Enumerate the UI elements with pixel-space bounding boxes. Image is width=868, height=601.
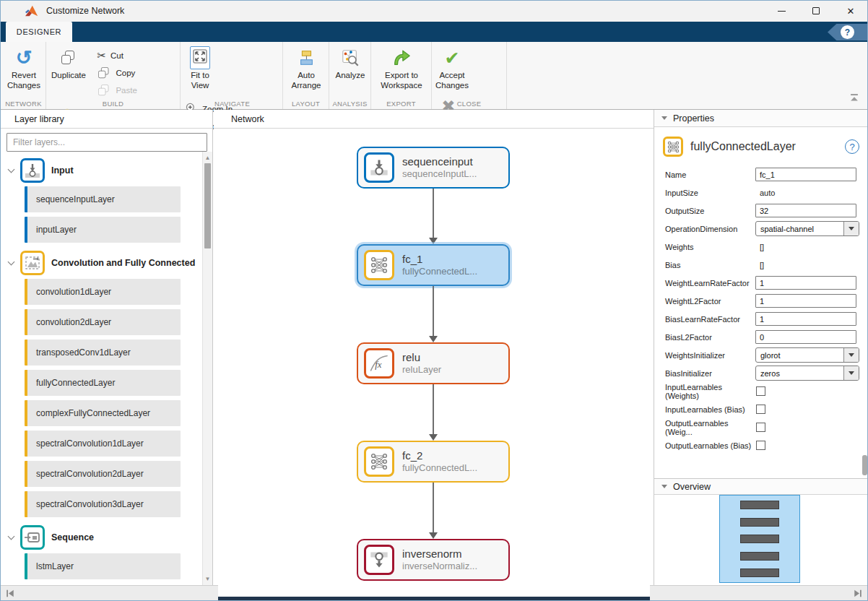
layer-library-scrollbar[interactable]: ▲ ▼ xyxy=(202,152,212,585)
layer-type-title: fullyConnectedLayer xyxy=(690,140,796,153)
minimize-icon xyxy=(778,11,786,12)
desktop-strip xyxy=(218,597,650,601)
minimap-node xyxy=(740,518,779,527)
biasinitializer-dropdown[interactable]: zeros xyxy=(755,366,859,381)
network-header: Network xyxy=(214,110,654,129)
edge-fc2-inversenorm[interactable] xyxy=(433,483,434,533)
list-item-spectralconvolution3dlayer[interactable]: spectralConvolution3dLayer xyxy=(25,491,181,517)
revert-icon: ↺ xyxy=(16,48,32,68)
accept-changes-button[interactable]: ✔ Accept Changes xyxy=(432,42,472,91)
network-canvas[interactable]: Network sequenceinput sequenceInputL... … xyxy=(214,110,654,597)
section-label-close: CLOSE xyxy=(432,100,506,108)
filter-layers-input[interactable] xyxy=(6,133,207,152)
copy-button[interactable]: Copy xyxy=(94,64,139,82)
overview-minimap[interactable] xyxy=(654,495,868,585)
weightlearnratefactor-field[interactable] xyxy=(755,276,856,290)
biasl2factor-field[interactable] xyxy=(755,330,856,344)
property-row-weightl2factor: WeightL2Factor xyxy=(665,292,859,310)
properties-header[interactable]: Properties xyxy=(654,110,868,127)
overview-header[interactable]: Overview xyxy=(654,478,868,495)
outputsize-field[interactable] xyxy=(755,204,856,217)
node-title: relu xyxy=(402,351,441,364)
node-subtitle: reluLayer xyxy=(402,364,441,376)
list-item-sequenceinputlayer[interactable]: sequenceInputLayer xyxy=(25,186,181,212)
collapse-layer-library-bar[interactable] xyxy=(0,585,218,601)
section-navigate: Fit to View Zoom In Zoom Out NAVIGATE xyxy=(182,42,283,109)
relu-icon: fx xyxy=(364,348,394,379)
ribbon-tab-row: DESIGNER ? xyxy=(0,22,868,42)
list-item-convolution1dlayer[interactable]: convolution1dLayer xyxy=(25,279,181,305)
node-fc-2[interactable]: fc_2 fullyConnectedL... xyxy=(357,441,510,483)
name-field[interactable] xyxy=(755,168,856,181)
chevron-down-icon xyxy=(8,165,15,173)
list-item-inputlayer[interactable]: inputLayer xyxy=(25,217,181,243)
group-convolution-fully-connected[interactable]: Convolution and Fully Connected xyxy=(0,247,212,279)
ribbon-help-button[interactable]: ? xyxy=(828,24,868,40)
layer-help-button[interactable]: ? xyxy=(845,139,859,154)
outputlearnables-weights-checkbox[interactable] xyxy=(756,423,765,432)
matlab-logo-icon xyxy=(25,4,39,17)
node-relu[interactable]: fx relu reluLayer xyxy=(357,342,510,384)
arrowhead-icon xyxy=(429,336,438,342)
property-row-outputlearnables-bias: OutputLearnables (Bias) xyxy=(665,436,859,454)
operationdimension-dropdown[interactable]: spatial-channel xyxy=(755,221,859,236)
close-button[interactable]: ✕ xyxy=(833,0,868,22)
list-item-complexfullyconnectedlayer[interactable]: complexFullyConnectedLayer xyxy=(25,400,181,426)
node-sequenceinput[interactable]: sequenceinput sequenceInputL... xyxy=(357,147,510,189)
section-label-export: EXPORT xyxy=(371,100,431,108)
overview-section: Overview xyxy=(654,478,868,585)
list-item-lstmlayer[interactable]: lstmLayer xyxy=(25,553,181,579)
biaslearnratefactor-field[interactable] xyxy=(755,312,856,326)
weightl2factor-field[interactable] xyxy=(755,294,856,308)
group-input[interactable]: Input xyxy=(0,155,212,186)
properties-panel: Properties fullyConnectedLayer ? Name In… xyxy=(654,110,868,585)
cut-button[interactable]: ✂ Cut xyxy=(94,47,139,64)
inputlearnables-bias-checkbox[interactable] xyxy=(756,405,765,414)
list-item-convolution2dlayer[interactable]: convolution2dLayer xyxy=(25,309,181,335)
list-item-spectralconvolution2dlayer[interactable]: spectralConvolution2dLayer xyxy=(25,461,181,487)
node-fc-1[interactable]: fc_1 fullyConnectedL... xyxy=(357,244,510,286)
outputlearnables-bias-checkbox[interactable] xyxy=(756,441,765,450)
weights-value: [] xyxy=(755,243,764,251)
minimize-button[interactable] xyxy=(764,0,799,22)
maximize-button[interactable] xyxy=(799,0,833,22)
section-layout: Auto Arrange LAYOUT xyxy=(283,42,329,109)
section-build: Duplicate ✂ Cut Copy Paste Unlock All La… xyxy=(46,42,181,109)
list-item-transposedconv1dlayer[interactable]: transposedConv1dLayer xyxy=(25,340,181,366)
input-group-icon xyxy=(20,158,45,183)
auto-arrange-button[interactable]: Auto Arrange xyxy=(283,42,329,91)
group-sequence[interactable]: Sequence xyxy=(0,522,212,553)
property-row-biasinitializer: BiasInitializer zeros xyxy=(665,364,859,382)
scroll-down-icon[interactable]: ▼ xyxy=(203,576,212,582)
node-inversenorm[interactable]: inversenorm inverseNormaliz... xyxy=(357,539,510,581)
chevron-down-icon xyxy=(843,222,859,235)
list-item-spectralconvolution1dlayer[interactable]: spectralConvolution1dLayer xyxy=(25,431,181,457)
window-title: Customize Network xyxy=(46,6,124,16)
collapse-triangle-icon xyxy=(661,116,667,120)
edge-sequenceinput-fc1[interactable] xyxy=(433,189,434,238)
paste-button[interactable]: Paste xyxy=(94,82,139,99)
edge-fc1-relu[interactable] xyxy=(433,286,434,337)
fully-connected-icon xyxy=(364,446,394,477)
scroll-up-icon[interactable]: ▲ xyxy=(203,155,212,161)
duplicate-button[interactable]: Duplicate xyxy=(46,42,91,80)
arrowhead-icon xyxy=(429,532,438,539)
collapse-properties-bar[interactable] xyxy=(650,585,868,601)
properties-scrollbar-thumb[interactable] xyxy=(862,455,867,475)
minimap-node xyxy=(740,535,779,543)
convolution-group-icon xyxy=(20,251,45,275)
minimap-viewport[interactable] xyxy=(719,495,800,583)
analyze-button[interactable]: Analyze xyxy=(329,42,371,80)
scrollbar-thumb[interactable] xyxy=(204,163,211,248)
tab-designer[interactable]: DESIGNER xyxy=(6,22,72,42)
fit-to-view-button[interactable]: Fit to View xyxy=(182,42,218,91)
export-to-workspace-button[interactable]: Export to Workspace xyxy=(371,42,432,91)
node-subtitle: sequenceInputL... xyxy=(402,168,477,180)
property-row-inputsize: InputSize auto xyxy=(665,183,859,202)
list-item-fullyconnectedlayer[interactable]: fullyConnectedLayer xyxy=(25,370,181,396)
edge-relu-fc2[interactable] xyxy=(433,384,434,435)
revert-changes-button[interactable]: ↺ Revert Changes xyxy=(1,42,46,91)
collapse-ribbon-button[interactable] xyxy=(848,92,861,106)
inputlearnables-weights-checkbox[interactable] xyxy=(756,386,765,396)
weightsinitializer-dropdown[interactable]: glorot xyxy=(755,347,859,363)
